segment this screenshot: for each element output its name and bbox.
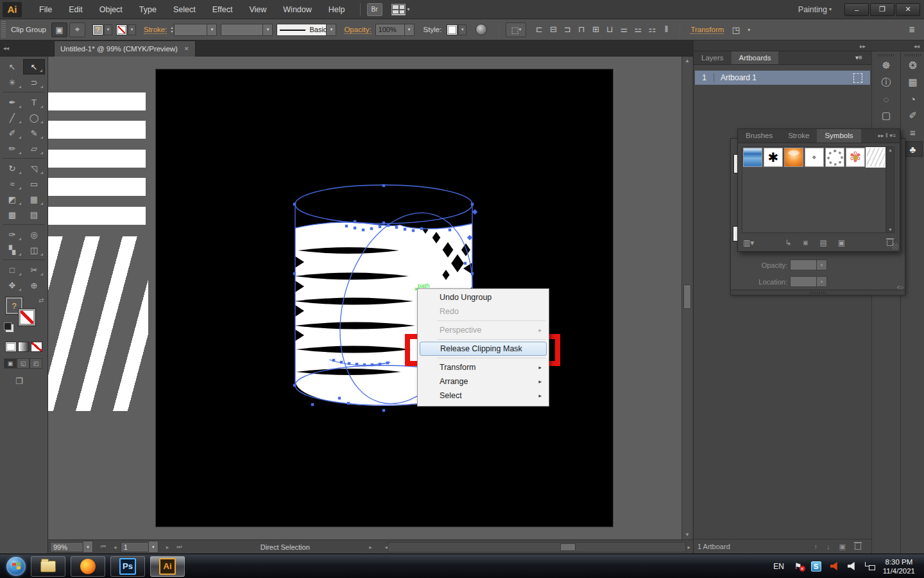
menu-item-file[interactable]: File (31, 1, 60, 19)
width-tool[interactable]: ≈ (1, 176, 23, 191)
menu-item-select[interactable]: Select (165, 1, 204, 19)
scroll-down-icon[interactable]: ▼ (682, 530, 692, 539)
taskbar-firefox-button[interactable] (71, 556, 105, 577)
artboard-tool[interactable]: □ (1, 262, 23, 277)
arrange-documents-caret-icon[interactable]: ▾ (407, 6, 410, 12)
tab-brushes[interactable]: Brushes (738, 129, 780, 143)
stroke-weight-stepper[interactable]: ▴▾ (171, 26, 173, 33)
status-expand-icon[interactable]: ▸ (369, 544, 372, 550)
appearance-icon[interactable]: ◌ (877, 91, 896, 107)
isolate-caret-icon[interactable]: ▾ (748, 27, 750, 33)
new-symbol-icon[interactable]: ▣ (838, 238, 845, 247)
delete-symbol-icon[interactable] (887, 240, 893, 246)
move-artboard-up-icon[interactable]: ↑ (814, 543, 818, 550)
stroke-weight-field[interactable] (174, 24, 207, 36)
volume-icon[interactable] (848, 562, 856, 570)
break-link-icon[interactable]: ⋇ (802, 238, 809, 247)
control-bar-gripper[interactable] (1, 21, 6, 38)
align-v-center-icon[interactable]: ⊞ (588, 24, 603, 35)
ellipse-tool[interactable]: ◯ (23, 110, 45, 125)
dock-collapse-left-icon[interactable]: ◂◂ (914, 43, 920, 49)
menu-item-edit[interactable]: Edit (60, 1, 91, 19)
symbol-ink-splat[interactable]: ✱ (764, 148, 783, 167)
artboard-number-field[interactable]: 1 (121, 542, 149, 552)
artboard-number-dropdown-icon[interactable]: ▾ (149, 541, 158, 553)
context-menu-item-redo[interactable]: Redo (420, 304, 547, 319)
workspace-switcher[interactable]: Painting ▾ (798, 5, 832, 14)
tray-app-volume-icon[interactable] (830, 562, 839, 570)
shape-builder-tool[interactable]: ◩ (1, 191, 23, 207)
stroke-color-well[interactable] (18, 308, 36, 326)
symbols-panel-menu-icon[interactable]: ▸▸ ‖ ▾≡ (878, 132, 896, 139)
gradient-tool[interactable]: ▤ (23, 207, 45, 222)
stroke-link[interactable]: Stroke: (144, 26, 167, 34)
context-menu-item-release-clipping-mask[interactable]: Release Clipping Mask (420, 342, 547, 356)
tools-panel-collapse-icon[interactable]: ◂◂ (0, 40, 47, 57)
first-artboard-icon[interactable]: ⏮ (101, 543, 106, 550)
menu-item-effect[interactable]: Effect (204, 1, 241, 19)
opacity-field[interactable]: 100% (375, 24, 405, 36)
graphic-styles-icon[interactable]: ▢ (877, 108, 896, 123)
direct-selection-tool[interactable]: ↖ (23, 59, 45, 74)
control-panel-menu-icon[interactable]: ≣ (909, 25, 915, 34)
zoom-tool[interactable]: ⊕ (23, 277, 45, 293)
symbol-blue-banner[interactable] (743, 148, 762, 167)
eraser-tool[interactable]: ▱ (23, 141, 45, 156)
arrange-documents-icon[interactable] (391, 4, 406, 15)
fill-dropdown-icon[interactable]: ▾ (104, 24, 112, 35)
style-dropdown-icon[interactable]: ▾ (458, 24, 466, 35)
blob-brush-tool[interactable]: ✏ (1, 141, 23, 156)
type-tool[interactable]: T (23, 94, 45, 110)
edit-clipping-path-icon[interactable]: ▣ (51, 22, 67, 37)
minimize-button[interactable]: – (844, 3, 869, 16)
gradient-opacity-field[interactable] (790, 259, 817, 270)
canvas-pasteboard[interactable]: ✕ path (48, 57, 681, 539)
scale-tool[interactable]: ◹ (23, 161, 45, 176)
language-indicator[interactable]: EN (773, 562, 784, 571)
align-right-icon[interactable]: ⊐ (560, 24, 574, 35)
taskbar-illustrator-button[interactable]: Ai (150, 556, 185, 577)
stroke-swatch[interactable] (116, 24, 127, 35)
distribute-top-icon[interactable]: ⚌ (617, 24, 631, 35)
opacity-link[interactable]: Opacity: (344, 26, 371, 34)
taskbar-explorer-button[interactable] (31, 556, 65, 577)
draw-normal-icon[interactable]: ▣ (4, 358, 17, 369)
symbol-orange-orb[interactable] (784, 148, 803, 167)
default-fill-stroke-icon[interactable] (4, 322, 12, 330)
symbol-gray-wreath[interactable] (825, 148, 844, 167)
swatches-icon[interactable]: ▦ (903, 74, 923, 90)
variable-width-dropdown-icon[interactable]: ▾ (263, 24, 273, 36)
align-bottom-icon[interactable]: ⊔ (603, 24, 617, 35)
column-graph-tool[interactable]: ◫ (23, 242, 45, 258)
recolor-artwork-icon[interactable] (475, 24, 487, 35)
scroll-down-icon[interactable]: ▼ (888, 227, 893, 232)
line-segment-tool[interactable]: ╱ (1, 110, 23, 125)
next-artboard-icon[interactable]: ▸ (166, 544, 169, 550)
symbols-icon[interactable]: ♣ (903, 141, 923, 157)
style-swatch[interactable] (447, 24, 458, 35)
tab-layers[interactable]: Layers (694, 51, 732, 64)
last-artboard-icon[interactable]: ⏭ (176, 543, 182, 550)
info-icon[interactable]: ⓘ (877, 74, 896, 90)
isolate-object-icon[interactable]: ◳ (728, 22, 744, 37)
hand-tool[interactable]: ✥ (1, 277, 23, 293)
opacity-dropdown-icon[interactable]: ▾ (405, 24, 415, 36)
scroll-up-icon[interactable]: ▲ (682, 57, 692, 66)
gradient-location-field[interactable] (790, 276, 817, 287)
network-icon[interactable] (865, 562, 875, 570)
magic-wand-tool[interactable]: ✳ (1, 74, 23, 90)
brush-dropdown-icon[interactable]: ▾ (327, 24, 336, 36)
draw-behind-icon[interactable]: ◱ (17, 358, 30, 369)
context-menu-item-perspective[interactable]: Perspective▸ (420, 323, 547, 337)
pencil-tool[interactable]: ✎ (23, 125, 45, 141)
symbol-libraries-menu-icon[interactable]: ▥▾ (743, 238, 754, 247)
draw-inside-icon[interactable]: ◰ (30, 358, 42, 369)
symbol-options-icon[interactable]: ▤ (819, 238, 826, 247)
context-menu-item-undo-ungroup[interactable]: Undo Ungroup (420, 290, 547, 304)
context-menu-item-arrange[interactable]: Arrange▸ (420, 374, 547, 389)
selection-tool[interactable]: ↖ (1, 59, 23, 74)
blend-tool[interactable]: ◎ (23, 227, 45, 242)
prev-artboard-icon[interactable]: ◂ (114, 544, 117, 550)
symbol-white-stripes[interactable] (866, 148, 886, 167)
menu-item-type[interactable]: Type (131, 1, 165, 19)
